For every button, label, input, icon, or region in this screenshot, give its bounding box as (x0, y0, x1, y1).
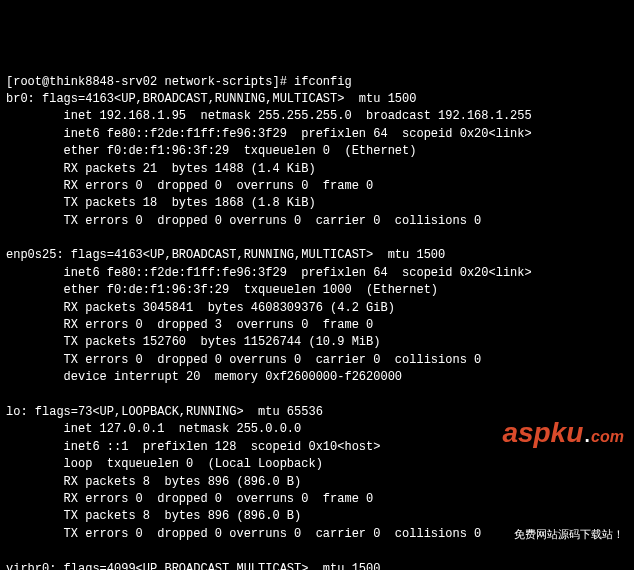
watermark: aspku.com 免费网站源码下载站！ (471, 337, 624, 560)
watermark-brand-main: aspku (502, 417, 583, 448)
watermark-dot: . (583, 417, 591, 448)
watermark-tld: com (591, 428, 624, 445)
watermark-brand: aspku.com (471, 372, 624, 494)
watermark-subtitle: 免费网站源码下载站！ (471, 527, 624, 543)
